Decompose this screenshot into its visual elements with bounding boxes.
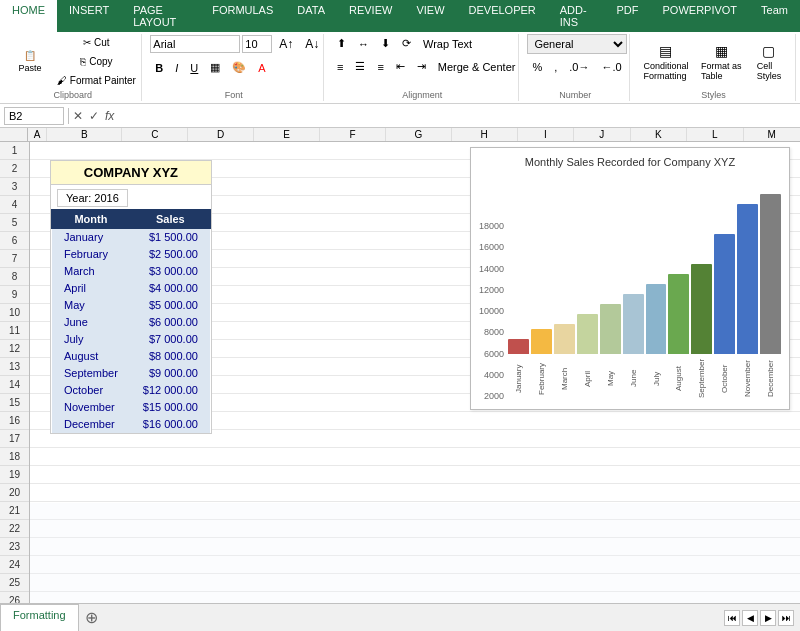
row-header-10[interactable]: 10: [0, 304, 29, 322]
col-header-a[interactable]: A: [28, 128, 47, 141]
table-row[interactable]: January$1 500.00: [52, 229, 211, 246]
row-header-15[interactable]: 15: [0, 394, 29, 412]
col-header-f[interactable]: F: [320, 128, 386, 141]
tab-page-layout[interactable]: PAGE LAYOUT: [121, 0, 200, 32]
font-color-button[interactable]: A: [253, 59, 270, 77]
align-top-button[interactable]: ⬆: [332, 34, 351, 53]
row-header-5[interactable]: 5: [0, 214, 29, 232]
row-header-16[interactable]: 16: [0, 412, 29, 430]
row-header-1[interactable]: 1: [0, 142, 29, 160]
scroll-right-last-button[interactable]: ⏭: [778, 610, 794, 626]
row-header-9[interactable]: 9: [0, 286, 29, 304]
row-header-8[interactable]: 8: [0, 268, 29, 286]
row-header-17[interactable]: 17: [0, 430, 29, 448]
add-sheet-button[interactable]: ⊕: [79, 604, 104, 631]
align-right-button[interactable]: ≡: [372, 57, 388, 76]
tab-team[interactable]: Team: [749, 0, 800, 32]
scroll-left-first-button[interactable]: ⏮: [724, 610, 740, 626]
tab-review[interactable]: REVIEW: [337, 0, 404, 32]
row-header-20[interactable]: 20: [0, 484, 29, 502]
wrap-text-button[interactable]: Wrap Text: [418, 34, 477, 53]
font-size-input[interactable]: [242, 35, 272, 53]
table-row[interactable]: August$8 000.00: [52, 348, 211, 365]
row-header-26[interactable]: 26: [0, 592, 29, 603]
decrease-decimal-button[interactable]: ←.0: [596, 58, 626, 76]
cut-button[interactable]: ✂ Cut: [52, 34, 141, 51]
table-row[interactable]: July$7 000.00: [52, 331, 211, 348]
cell-styles-button[interactable]: ▢ CellStyles: [749, 38, 789, 86]
row-header-2[interactable]: 2: [0, 160, 29, 178]
row-header-4[interactable]: 4: [0, 196, 29, 214]
font-name-input[interactable]: [150, 35, 240, 53]
align-middle-button[interactable]: ↔: [353, 34, 374, 53]
comma-button[interactable]: ,: [549, 58, 562, 76]
increase-indent-button[interactable]: ⇥: [412, 57, 431, 76]
sheet-tab-formatting[interactable]: Formatting: [0, 604, 79, 631]
insert-function-icon[interactable]: fx: [105, 109, 114, 123]
tab-powerpivot[interactable]: POWERPIVOT: [651, 0, 750, 32]
row-header-22[interactable]: 22: [0, 520, 29, 538]
table-row[interactable]: June$6 000.00: [52, 314, 211, 331]
align-bottom-button[interactable]: ⬇: [376, 34, 395, 53]
col-header-m[interactable]: M: [744, 128, 800, 141]
row-header-23[interactable]: 23: [0, 538, 29, 556]
orientation-button[interactable]: ⟳: [397, 34, 416, 53]
row-header-14[interactable]: 14: [0, 376, 29, 394]
number-format-select[interactable]: General Number Currency: [527, 34, 627, 54]
format-as-table-button[interactable]: ▦ Format asTable: [696, 38, 747, 86]
align-left-button[interactable]: ≡: [332, 57, 348, 76]
scroll-left-button[interactable]: ◀: [742, 610, 758, 626]
col-header-j[interactable]: J: [574, 128, 630, 141]
italic-button[interactable]: I: [170, 59, 183, 77]
row-header-19[interactable]: 19: [0, 466, 29, 484]
tab-add-ins[interactable]: ADD-INS: [548, 0, 605, 32]
col-header-c[interactable]: C: [122, 128, 188, 141]
increase-decimal-button[interactable]: .0→: [564, 58, 594, 76]
row-header-18[interactable]: 18: [0, 448, 29, 466]
merge-center-button[interactable]: Merge & Center: [433, 57, 521, 76]
increase-font-button[interactable]: A↑: [274, 34, 298, 54]
tab-developer[interactable]: DEVELOPER: [457, 0, 548, 32]
fill-color-button[interactable]: 🎨: [227, 58, 251, 77]
cancel-formula-icon[interactable]: ✕: [73, 109, 83, 123]
table-row[interactable]: December$16 000.00: [52, 416, 211, 433]
col-header-i[interactable]: I: [518, 128, 574, 141]
col-header-g[interactable]: G: [386, 128, 452, 141]
tab-pdf[interactable]: PDF: [605, 0, 651, 32]
border-button[interactable]: ▦: [205, 58, 225, 77]
col-header-l[interactable]: L: [687, 128, 743, 141]
col-header-b[interactable]: B: [47, 128, 122, 141]
copy-button[interactable]: ⎘ Copy: [52, 53, 141, 70]
table-row[interactable]: May$5 000.00: [52, 297, 211, 314]
row-header-13[interactable]: 13: [0, 358, 29, 376]
paste-button[interactable]: 📋 Paste: [10, 45, 50, 78]
cells-area[interactable]: COMPANY XYZ Year: 2016 Month Sales: [30, 142, 800, 603]
row-header-24[interactable]: 24: [0, 556, 29, 574]
tab-insert[interactable]: INSERT: [57, 0, 121, 32]
cell-reference-input[interactable]: [4, 107, 64, 125]
formula-input[interactable]: [118, 107, 796, 125]
confirm-formula-icon[interactable]: ✓: [89, 109, 99, 123]
percent-button[interactable]: %: [527, 58, 547, 76]
tab-data[interactable]: DATA: [285, 0, 337, 32]
row-header-21[interactable]: 21: [0, 502, 29, 520]
tab-home[interactable]: HOME: [0, 0, 57, 32]
tab-formulas[interactable]: FORMULAS: [200, 0, 285, 32]
row-header-7[interactable]: 7: [0, 250, 29, 268]
conditional-formatting-button[interactable]: ▤ ConditionalFormatting: [638, 38, 694, 86]
table-row[interactable]: February$2 500.00: [52, 246, 211, 263]
row-header-12[interactable]: 12: [0, 340, 29, 358]
table-row[interactable]: November$15 000.00: [52, 399, 211, 416]
row-header-11[interactable]: 11: [0, 322, 29, 340]
decrease-font-button[interactable]: A↓: [300, 34, 324, 54]
row-header-3[interactable]: 3: [0, 178, 29, 196]
table-row[interactable]: September$9 000.00: [52, 365, 211, 382]
align-center-button[interactable]: ☰: [350, 57, 370, 76]
row-header-6[interactable]: 6: [0, 232, 29, 250]
col-header-d[interactable]: D: [188, 128, 254, 141]
col-header-k[interactable]: K: [631, 128, 687, 141]
table-row[interactable]: March$3 000.00: [52, 263, 211, 280]
format-painter-button[interactable]: 🖌 Format Painter: [52, 72, 141, 89]
bold-button[interactable]: B: [150, 59, 168, 77]
table-row[interactable]: October$12 000.00: [52, 382, 211, 399]
